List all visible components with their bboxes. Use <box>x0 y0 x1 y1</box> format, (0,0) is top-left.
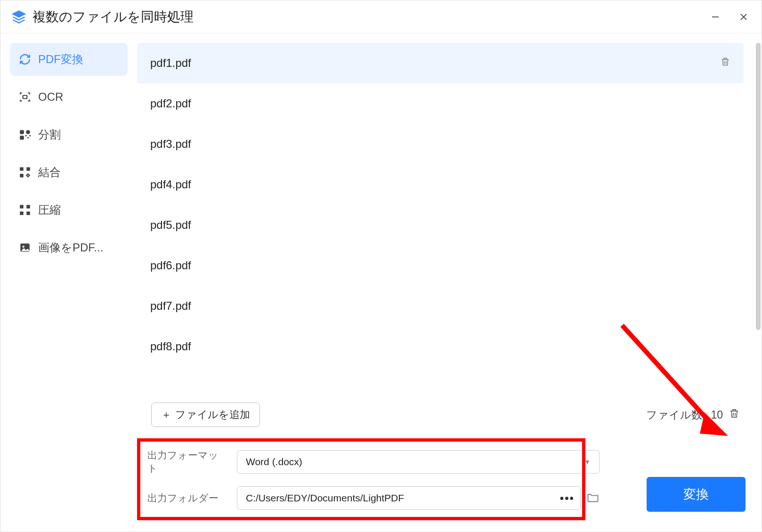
bottom-panel: 出力フォーマット Word (.docx) ▼ 出力フォルダー C:/Users… <box>137 438 754 520</box>
file-name: pdf4.pdf <box>150 178 191 191</box>
file-row[interactable]: pdf5.pdf <box>137 205 744 245</box>
svg-rect-5 <box>20 130 24 134</box>
file-list: pdf1.pdf pdf2.pdf pdf3.pdf pdf4.pdf pdf5… <box>137 43 754 398</box>
svg-rect-6 <box>26 130 30 134</box>
sidebar-item-pdf-convert[interactable]: PDF変換 <box>10 43 128 76</box>
convert-icon <box>18 53 32 66</box>
file-row[interactable]: pdf7.pdf <box>137 286 744 326</box>
compress-icon <box>18 203 32 217</box>
window-controls <box>709 10 750 24</box>
file-row[interactable]: pdf8.pdf <box>137 326 744 367</box>
sidebar-item-label: 画像をPDF... <box>38 240 103 255</box>
svg-point-10 <box>29 135 31 137</box>
add-file-row: ＋ ファイルを追加 ファイル数: 10 <box>137 398 754 427</box>
svg-rect-13 <box>20 174 24 177</box>
svg-rect-4 <box>23 96 27 99</box>
split-icon <box>18 128 32 141</box>
app-icon <box>12 10 26 24</box>
chevron-down-icon: ▼ <box>584 458 591 466</box>
file-row[interactable]: pdf3.pdf <box>137 124 744 164</box>
main-panel: pdf1.pdf pdf2.pdf pdf3.pdf pdf4.pdf pdf5… <box>137 33 762 532</box>
output-fields: 出力フォーマット Word (.docx) ▼ 出力フォルダー C:/Users… <box>137 438 637 520</box>
sidebar-item-label: 分割 <box>38 127 61 142</box>
sidebar-item-merge[interactable]: 結合 <box>10 156 128 189</box>
svg-rect-11 <box>20 167 24 171</box>
file-row[interactable]: pdf1.pdf <box>137 43 744 83</box>
svg-point-9 <box>25 135 27 137</box>
file-row[interactable]: pdf6.pdf <box>137 245 744 286</box>
output-format-row: 出力フォーマット Word (.docx) ▼ <box>147 449 600 475</box>
sidebar-item-ocr[interactable]: OCR <box>10 81 128 113</box>
window-title: 複数のファイルを同時処理 <box>32 8 709 26</box>
convert-label: 変換 <box>683 487 709 501</box>
svg-rect-19 <box>26 211 30 215</box>
file-row[interactable]: pdf4.pdf <box>137 164 744 205</box>
svg-rect-12 <box>26 167 30 171</box>
add-file-button[interactable]: ＋ ファイルを追加 <box>151 403 260 427</box>
file-name: pdf1.pdf <box>150 56 191 70</box>
sidebar-item-label: OCR <box>38 90 63 104</box>
browse-dots-icon[interactable]: ••• <box>560 492 575 505</box>
svg-rect-16 <box>20 205 24 209</box>
sidebar-item-label: 圧縮 <box>38 202 61 218</box>
sidebar-item-split[interactable]: 分割 <box>10 118 128 151</box>
body: PDF変換 OCR <box>0 33 762 532</box>
merge-icon <box>18 166 32 179</box>
file-name: pdf7.pdf <box>150 299 191 313</box>
trash-icon[interactable] <box>720 56 730 70</box>
file-name: pdf6.pdf <box>150 259 191 272</box>
output-format-value: Word (.docx) <box>246 456 302 468</box>
svg-point-21 <box>23 246 24 248</box>
output-folder-input[interactable]: C:/Users/EDY/Documents/LightPDF ••• <box>237 486 581 510</box>
scrollbar[interactable] <box>756 43 761 330</box>
add-file-label: ファイルを追加 <box>175 408 250 422</box>
titlebar: 複数のファイルを同時処理 <box>0 0 762 33</box>
output-folder-value: C:/Users/EDY/Documents/LightPDF <box>246 492 404 504</box>
output-format-select[interactable]: Word (.docx) ▼ <box>237 450 600 474</box>
file-name: pdf8.pdf <box>150 340 191 353</box>
ocr-icon <box>18 90 32 104</box>
file-count-value: 10 <box>711 409 723 421</box>
sidebar-item-label: PDF変換 <box>38 52 83 67</box>
plus-icon: ＋ <box>161 408 171 422</box>
minimize-button[interactable] <box>709 10 722 24</box>
svg-point-15 <box>27 174 29 176</box>
sidebar-item-label: 結合 <box>38 165 61 180</box>
close-button[interactable] <box>737 10 750 24</box>
file-count-label: ファイル数: <box>646 408 705 422</box>
file-name: pdf3.pdf <box>150 137 191 151</box>
svg-point-8 <box>27 137 29 138</box>
sidebar: PDF変換 OCR <box>0 33 137 532</box>
image-icon <box>18 241 32 254</box>
file-count: ファイル数: 10 <box>646 408 740 422</box>
svg-rect-7 <box>20 136 24 140</box>
sidebar-item-compress[interactable]: 圧縮 <box>10 193 128 226</box>
output-folder-controls: C:/Users/EDY/Documents/LightPDF ••• <box>237 486 600 510</box>
convert-button[interactable]: 変換 <box>647 477 746 512</box>
sidebar-item-image-to-pdf[interactable]: 画像をPDF... <box>10 231 128 264</box>
svg-marker-0 <box>13 11 25 17</box>
open-folder-icon[interactable] <box>586 491 600 506</box>
svg-rect-17 <box>26 205 30 209</box>
file-name: pdf5.pdf <box>150 218 191 232</box>
trash-all-icon[interactable] <box>729 408 740 422</box>
file-row[interactable]: pdf2.pdf <box>137 83 744 124</box>
app-window: 複数のファイルを同時処理 PDF変換 <box>0 0 762 532</box>
svg-rect-18 <box>20 211 24 215</box>
file-name: pdf2.pdf <box>150 97 191 110</box>
output-folder-label: 出力フォルダー <box>147 492 227 505</box>
output-folder-row: 出力フォルダー C:/Users/EDY/Documents/LightPDF … <box>147 486 600 510</box>
output-format-label: 出力フォーマット <box>147 449 227 475</box>
